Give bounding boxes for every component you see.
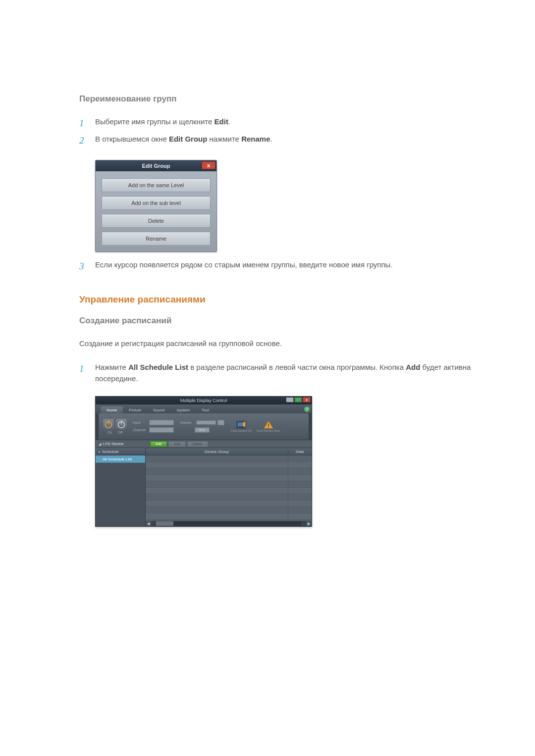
horizontal-scrollbar[interactable]: ◀ ▶ xyxy=(146,521,312,526)
input-label: Input xyxy=(133,421,148,424)
mdc-window: Multiple Display Control – □ x ? Home Pi… xyxy=(95,396,312,527)
edit-group-dialog: Edit Group x Add on the same Level Add o… xyxy=(95,160,217,252)
table-row xyxy=(146,481,312,488)
volume-label: Volume xyxy=(180,421,195,424)
fault-alert-label: Fault Device Alert xyxy=(257,429,280,433)
chevron-down-icon: ▾ xyxy=(99,450,100,454)
power-on-icon[interactable] xyxy=(103,419,114,430)
close-button[interactable]: x xyxy=(202,161,215,169)
step-number: 1 xyxy=(79,361,95,385)
delete-button[interactable]: Delete xyxy=(187,441,208,447)
sidebar-section-label: Schedule xyxy=(102,450,118,454)
dialog-title: Edit Group xyxy=(142,163,170,169)
step-number: 2 xyxy=(79,133,95,148)
channel-label: Channel xyxy=(133,428,148,432)
bold-term: Edit xyxy=(214,117,228,126)
schedules-sub-heading: Создание расписаний xyxy=(79,316,485,326)
mdc-title-text: Multiple Display Control xyxy=(180,398,227,403)
ribbon-scroll-right[interactable] xyxy=(309,413,312,440)
table-row xyxy=(146,494,312,501)
text: в разделе расписаний в левой части окна … xyxy=(188,363,406,371)
mdc-titlebar: Multiple Display Control – □ x xyxy=(96,397,312,404)
schedules-section-title: Управление расписаниями xyxy=(79,294,485,305)
text: . xyxy=(228,117,230,126)
ribbon-tools: On Off Input Channel Volume xyxy=(96,413,312,440)
table-row xyxy=(146,455,312,462)
power-off-icon[interactable] xyxy=(116,419,127,430)
text: нажмите xyxy=(207,135,241,143)
col-device-group: Device Group xyxy=(146,450,288,454)
tab-system[interactable]: System xyxy=(170,406,196,413)
ribbon-scroll-left[interactable] xyxy=(96,413,99,440)
text: В открывшемся окне xyxy=(95,135,169,143)
volume-slider[interactable] xyxy=(196,420,216,425)
svg-rect-4 xyxy=(238,422,244,426)
schedule-steps: 1 Нажмите All Schedule List в разделе ра… xyxy=(79,361,485,385)
window-close-button[interactable]: x xyxy=(303,397,311,403)
tab-picture[interactable]: Picture xyxy=(123,406,147,413)
text: . xyxy=(270,135,272,143)
schedules-intro: Создание и регистрация расписаний на гру… xyxy=(79,338,485,349)
ribbon-tabs: Home Picture Sound System Tool xyxy=(96,404,312,413)
input-select[interactable] xyxy=(149,420,174,425)
sidebar-item-all-schedule-list[interactable]: All Schedule List xyxy=(96,455,145,463)
scroll-right-arrow[interactable]: ▶ xyxy=(306,521,312,526)
window-maximize-button[interactable]: □ xyxy=(294,397,302,403)
fault-device-icon[interactable] xyxy=(236,420,247,429)
table-row xyxy=(146,501,312,507)
dialog-titlebar: Edit Group x xyxy=(96,160,216,171)
grid-rows xyxy=(146,455,312,520)
table-row xyxy=(146,488,312,494)
mute-button[interactable]: Mute xyxy=(195,427,210,433)
help-button[interactable]: ? xyxy=(304,406,310,412)
bold-term: All Schedule List xyxy=(128,363,188,371)
text: Нажмите xyxy=(95,363,128,371)
tab-sound[interactable]: Sound xyxy=(147,406,170,413)
add-button[interactable]: Add xyxy=(150,441,167,447)
scroll-track[interactable] xyxy=(156,521,301,526)
step-text: Нажмите All Schedule List в разделе расп… xyxy=(95,361,485,385)
bold-term: Edit Group xyxy=(169,135,208,143)
step-number: 1 xyxy=(79,116,95,130)
edit-button[interactable]: Edit xyxy=(168,441,185,447)
step-number: 3 xyxy=(79,259,95,273)
step-text: Если курсор появляется рядом со старым и… xyxy=(95,259,485,273)
scroll-thumb[interactable] xyxy=(156,521,173,526)
col-date: Date xyxy=(288,450,312,454)
sidebar: ▾ Schedule All Schedule List xyxy=(96,448,146,526)
tree-collapse-icon[interactable]: ◢ xyxy=(99,442,101,446)
rename-button[interactable]: Rename xyxy=(102,232,211,246)
table-row xyxy=(146,468,312,475)
step-text: Выберите имя группы и щелкните Edit. xyxy=(95,116,485,130)
table-row xyxy=(146,507,312,513)
volume-value-box[interactable] xyxy=(217,420,224,425)
fault-device-label: Fault Device (0) xyxy=(231,429,252,433)
rename-steps-list: 1 Выберите имя группы и щелкните Edit. 2… xyxy=(79,116,485,148)
add-same-level-button[interactable]: Add on the same Level xyxy=(102,178,211,192)
table-row xyxy=(146,462,312,468)
table-row xyxy=(146,513,312,520)
window-minimize-button[interactable]: – xyxy=(286,397,294,403)
delete-button[interactable]: Delete xyxy=(102,214,211,228)
table-row xyxy=(146,475,312,481)
channel-select[interactable] xyxy=(149,427,174,433)
svg-text:!: ! xyxy=(268,423,269,429)
action-bar: ◢ LFD Device Add Edit Delete xyxy=(96,440,312,448)
bold-term: Rename xyxy=(241,135,270,143)
sidebar-section-schedule[interactable]: ▾ Schedule xyxy=(96,448,145,455)
power-on-label: On xyxy=(107,431,112,434)
scroll-left-arrow[interactable]: ◀ xyxy=(146,521,151,526)
rename-groups-heading: Переименование групп xyxy=(79,94,485,104)
fault-alert-icon[interactable]: ! xyxy=(263,420,274,429)
text: Выберите имя группы и щелкните xyxy=(95,117,214,126)
tab-home[interactable]: Home xyxy=(101,406,123,413)
bold-term: Add xyxy=(406,363,420,371)
step-text: В открывшемся окне Edit Group нажмите Re… xyxy=(95,133,485,148)
lfd-device-tree-label: LFD Device xyxy=(103,442,150,446)
rename-step3: 3 Если курсор появляется рядом со старым… xyxy=(79,259,485,273)
tab-tool[interactable]: Tool xyxy=(196,406,215,413)
grid-header: Device Group Date xyxy=(146,448,312,455)
add-sub-level-button[interactable]: Add on the sub level xyxy=(102,196,211,210)
power-off-label: Off xyxy=(118,431,122,434)
schedule-grid: Device Group Date ◀ xyxy=(146,448,312,526)
